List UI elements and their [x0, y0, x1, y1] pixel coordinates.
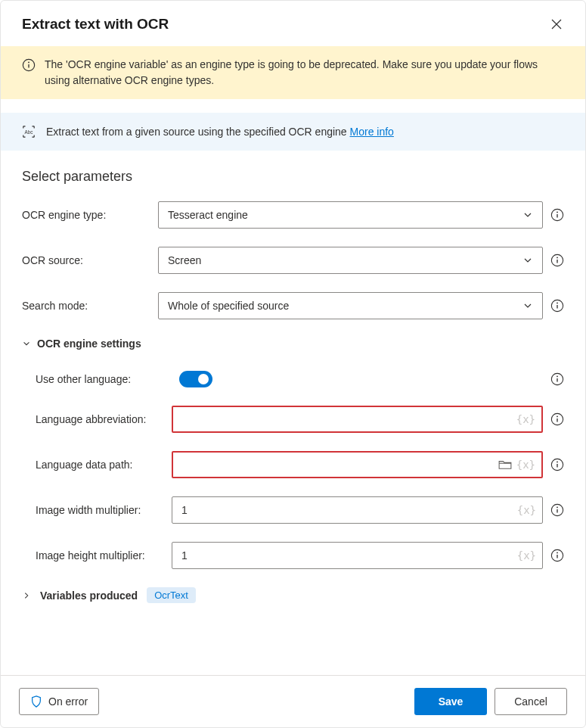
chevron-down-icon — [22, 339, 31, 348]
dialog-footer: On error Save Cancel — [1, 675, 585, 727]
ocr-icon: Abc — [22, 125, 36, 138]
svg-point-20 — [557, 416, 558, 418]
label-height-mult: Image height multiplier: — [36, 549, 164, 562]
row-engine-type: OCR engine type: Tesseract engine — [22, 201, 564, 229]
svg-point-4 — [28, 62, 29, 64]
input-lang-data-path[interactable]: {x} — [172, 451, 543, 478]
info-icon — [22, 57, 36, 75]
help-height-mult[interactable] — [550, 549, 564, 562]
shield-icon — [30, 695, 42, 708]
info-banner: Abc Extract text from a given source usi… — [1, 113, 585, 151]
variable-pill-ocrtext[interactable]: OcrText — [147, 587, 196, 603]
row-width-mult: Image width multiplier: 1 {x} — [36, 496, 564, 524]
label-use-other-language: Use other language: — [36, 373, 164, 385]
help-search-mode[interactable] — [550, 299, 564, 313]
input-lang-abbrev[interactable]: {x} — [172, 406, 543, 433]
info-icon — [550, 299, 564, 313]
warning-text: The 'OCR engine variable' as an engine t… — [45, 57, 564, 89]
info-icon — [550, 503, 564, 517]
section-title: Select parameters — [22, 169, 564, 185]
cancel-button[interactable]: Cancel — [495, 688, 567, 715]
dialog-title: Extract text with OCR — [22, 16, 169, 33]
help-use-other-language[interactable] — [550, 372, 564, 386]
variable-token-icon[interactable]: {x} — [516, 413, 535, 425]
row-search-mode: Search mode: Whole of specified source — [22, 292, 564, 319]
select-search-mode[interactable]: Whole of specified source — [158, 292, 543, 319]
more-info-link[interactable]: More info — [350, 126, 394, 138]
info-icon — [550, 254, 564, 267]
info-icon — [550, 549, 564, 562]
chevron-down-icon — [522, 300, 533, 311]
svg-point-11 — [557, 257, 558, 259]
folder-icon[interactable] — [498, 459, 512, 470]
label-engine-type: OCR engine type: — [22, 209, 150, 221]
svg-point-29 — [557, 552, 558, 554]
on-error-button[interactable]: On error — [19, 688, 99, 715]
info-text: Extract text from a given source using t… — [46, 126, 394, 138]
label-lang-abbrev: Language abbreviation: — [36, 413, 164, 425]
svg-point-23 — [557, 462, 558, 463]
info-icon — [550, 372, 564, 386]
label-lang-data-path: Language data path: — [36, 459, 164, 471]
label-width-mult: Image width multiplier: — [36, 504, 164, 516]
svg-text:Abc: Abc — [25, 129, 33, 135]
content-area: Select parameters OCR engine type: Tesse… — [1, 151, 585, 675]
close-icon — [551, 19, 562, 30]
chevron-down-icon — [522, 210, 533, 220]
collapse-engine-settings[interactable]: OCR engine settings — [22, 338, 564, 350]
select-engine-type[interactable]: Tesseract engine — [158, 201, 543, 229]
dialog-header: Extract text with OCR — [1, 1, 585, 46]
collapse-variables-produced[interactable]: Variables produced OcrText — [22, 587, 564, 603]
label-source: OCR source: — [22, 254, 150, 266]
info-icon — [550, 412, 564, 426]
save-button[interactable]: Save — [414, 688, 487, 715]
close-button[interactable] — [549, 17, 564, 32]
help-lang-abbrev[interactable] — [550, 412, 564, 426]
info-icon — [550, 208, 564, 222]
row-source: OCR source: Screen — [22, 247, 564, 274]
svg-point-8 — [557, 212, 558, 213]
variable-token-icon[interactable]: {x} — [516, 459, 535, 471]
help-source[interactable] — [550, 254, 564, 267]
variable-token-icon[interactable]: {x} — [517, 549, 536, 562]
chevron-down-icon — [522, 255, 533, 266]
svg-point-14 — [557, 303, 558, 304]
input-width-mult[interactable]: 1 {x} — [172, 496, 543, 524]
input-height-mult[interactable]: 1 {x} — [172, 542, 543, 569]
row-lang-data-path: Language data path: {x} — [36, 451, 564, 478]
row-use-other-language: Use other language: — [36, 371, 564, 387]
variable-token-icon[interactable]: {x} — [517, 504, 536, 516]
toggle-use-other-language[interactable] — [179, 371, 212, 387]
label-search-mode: Search mode: — [22, 300, 150, 312]
warning-banner: The 'OCR engine variable' as an engine t… — [1, 46, 585, 99]
chevron-right-icon — [22, 591, 31, 600]
help-lang-data-path[interactable] — [550, 458, 564, 471]
svg-point-17 — [557, 376, 558, 378]
info-icon — [550, 458, 564, 471]
engine-settings-section: Use other language: Language abbreviatio… — [22, 371, 564, 569]
help-width-mult[interactable] — [550, 503, 564, 517]
row-lang-abbrev: Language abbreviation: {x} — [36, 406, 564, 433]
help-engine-type[interactable] — [550, 208, 564, 222]
select-source[interactable]: Screen — [158, 247, 543, 274]
svg-point-26 — [557, 507, 558, 509]
row-height-mult: Image height multiplier: 1 {x} — [36, 542, 564, 569]
